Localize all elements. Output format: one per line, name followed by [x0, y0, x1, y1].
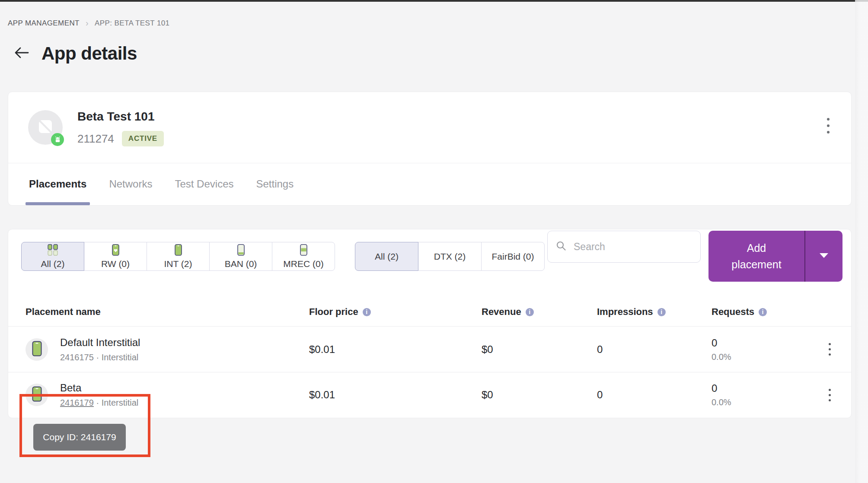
interstitial-phone-icon [175, 244, 182, 257]
tab-settings[interactable]: Settings [256, 163, 294, 205]
scrollbar-track[interactable] [855, 0, 868, 483]
search-box [547, 231, 701, 263]
placements-card: All (2) RW (0) [8, 229, 852, 418]
revenue-value: $0 [482, 343, 597, 356]
format-filter-all[interactable]: All (2) [21, 242, 84, 271]
placement-id[interactable]: 2416175 [60, 353, 94, 362]
tab-networks[interactable]: Networks [109, 163, 152, 205]
app-id: 211274 [77, 132, 114, 146]
filter-bar: All (2) RW (0) [8, 229, 851, 282]
placement-name: Beta [60, 382, 138, 394]
app-menu-kebab-icon[interactable] [823, 114, 834, 137]
format-filter-group: All (2) RW (0) [21, 242, 335, 271]
arrow-left-icon [14, 46, 29, 61]
col-revenue: Revenuei [482, 306, 597, 318]
app-summary-card: Beta Test 101 211274 ACTIVE Placements N… [8, 92, 852, 206]
interstitial-phone-icon [32, 341, 42, 358]
col-placement-name: Placement name [26, 306, 309, 318]
impressions-value: 0 [597, 389, 712, 401]
add-placement-label[interactable]: Add placement [708, 231, 804, 282]
table-header: Placement name Floor pricei Revenuei Imp… [8, 298, 851, 327]
placement-subtitle: 2416179 · Interstitial [60, 398, 138, 408]
add-placement-dropdown[interactable] [805, 231, 842, 282]
search-icon [555, 240, 567, 253]
all-formats-icon [48, 244, 58, 257]
android-icon [51, 133, 64, 146]
breadcrumb-separator-icon: › [86, 18, 89, 28]
revenue-value: $0 [482, 389, 597, 401]
placements-table: Placement name Floor pricei Revenuei Imp… [8, 298, 851, 417]
col-requests: Requestsi [712, 306, 819, 318]
placement-type-avatar [26, 338, 48, 361]
breadcrumb: APP MANAGEMENT › APP: BETA TEST 101 [8, 18, 852, 28]
table-row[interactable]: Default Interstitial 2416175 · Interstit… [8, 327, 851, 372]
page-title: App details [41, 41, 137, 66]
format-filter-interstitial[interactable]: INT (2) [147, 242, 210, 271]
tab-test-devices[interactable]: Test Devices [175, 163, 233, 205]
requests-value: 0 [712, 337, 819, 349]
search-input[interactable] [574, 241, 692, 253]
copy-id-tooltip: Copy ID: 2416179 [33, 424, 126, 451]
dropdown-caret-icon [819, 252, 829, 260]
breadcrumb-current-app: APP: BETA TEST 101 [95, 19, 170, 28]
placement-subtitle: 2416175 · Interstitial [60, 353, 140, 362]
table-row[interactable]: Beta 2416179 · Interstitial $0.01 $0 0 0… [8, 372, 851, 417]
breadcrumb-app-management[interactable]: APP MANAGEMENT [8, 19, 80, 28]
status-badge: ACTIVE [122, 131, 164, 146]
info-icon[interactable]: i [759, 308, 767, 316]
placement-type-avatar [26, 384, 48, 406]
source-filter-dtx[interactable]: DTX (2) [418, 242, 482, 271]
app-tabs: Placements Networks Test Devices Setting… [8, 163, 851, 205]
fill-rate-value: 0.0% [712, 352, 819, 362]
app-details-page: APP MANAGEMENT › APP: BETA TEST 101 App … [0, 18, 868, 418]
col-impressions: Impressionsi [597, 306, 712, 318]
row-menu-kebab-icon[interactable] [819, 386, 840, 404]
placement-type: Interstitial [102, 353, 139, 362]
placement-name: Default Interstitial [60, 337, 140, 349]
app-avatar [28, 110, 63, 145]
placement-type: Interstitial [102, 398, 139, 407]
rewarded-phone-icon [112, 244, 119, 257]
placement-id-link[interactable]: 2416179 [60, 398, 94, 407]
info-icon[interactable]: i [657, 308, 666, 316]
format-filter-mrec[interactable]: MREC (0) [272, 242, 335, 271]
info-icon[interactable]: i [363, 308, 371, 316]
floor-price-value: $0.01 [309, 389, 482, 401]
banner-phone-icon [237, 244, 245, 257]
interstitial-phone-icon [32, 386, 42, 404]
floor-price-value: $0.01 [309, 343, 482, 356]
app-name: Beta Test 101 [77, 109, 164, 124]
format-filter-banner[interactable]: BAN (0) [209, 242, 272, 271]
window-top-edge [0, 0, 868, 2]
format-filter-rewarded[interactable]: RW (0) [84, 242, 147, 271]
add-placement-button[interactable]: Add placement [708, 231, 842, 282]
requests-value: 0 [712, 382, 819, 394]
fill-rate-value: 0.0% [712, 397, 819, 407]
impressions-value: 0 [597, 343, 712, 356]
source-filter-all[interactable]: All (2) [355, 242, 418, 271]
mrec-phone-icon [300, 244, 307, 257]
col-floor-price: Floor pricei [309, 306, 482, 318]
row-menu-kebab-icon[interactable] [819, 340, 840, 358]
back-button[interactable] [13, 45, 30, 62]
requests-cell: 0 0.0% [712, 337, 819, 362]
requests-cell: 0 0.0% [712, 382, 819, 407]
info-icon[interactable]: i [526, 308, 534, 316]
tab-placements[interactable]: Placements [29, 163, 86, 205]
source-filter-fairbid[interactable]: FairBid (0) [481, 242, 545, 271]
source-filter-group: All (2) DTX (2) FairBid (0) [355, 242, 545, 271]
